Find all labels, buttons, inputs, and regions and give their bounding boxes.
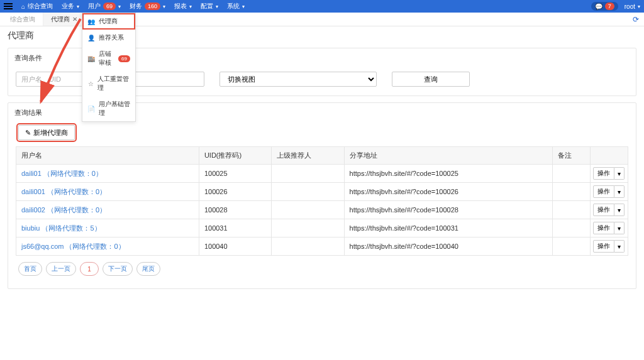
search-button[interactable]: 查询 — [392, 72, 470, 87]
row-action-button[interactable]: 操作 — [593, 185, 614, 198]
row-action-dropdown[interactable]: ▾ — [614, 240, 625, 253]
cell-note — [552, 165, 590, 183]
cell-uid: 100026 — [199, 183, 271, 201]
cell-uid: 100040 — [199, 237, 271, 256]
dropdown-item-user-basic[interactable]: 📄 用户基础管理 — [82, 96, 135, 121]
add-agent-button[interactable]: ✎ 新增代理商 — [18, 125, 75, 140]
table-row: biubiu （网络代理数：5）100031https://thsjbvh.si… — [16, 219, 628, 237]
user-link[interactable]: daili01 （网络代理数：0） — [21, 170, 103, 177]
user-link[interactable]: js66@qq.com （网络代理数：0） — [21, 243, 125, 250]
cell-note — [552, 237, 590, 256]
th-url: 分享地址 — [344, 147, 552, 165]
cell-uid: 100025 — [199, 165, 271, 183]
page-next[interactable]: 下一页 — [103, 262, 133, 276]
pagination: 首页 上一页 1 下一页 尾页 — [16, 256, 628, 280]
chevron-down-icon: ▾ — [242, 4, 245, 9]
cell-superior — [272, 183, 344, 201]
user-dropdown: 👥 代理商 👤 推荐关系 🏬 店铺审核 69 ☆ 人工重置管理 📄 用户基础管理 — [82, 13, 136, 122]
th-uid: UID(推荐码) — [199, 147, 271, 165]
row-action-dropdown[interactable]: ▾ — [614, 185, 625, 198]
nav-home-label: 综合查询 — [28, 2, 53, 11]
nav-chat[interactable]: 💬 7 — [591, 2, 618, 11]
chat-icon: 💬 — [595, 3, 602, 10]
dropdown-item-shop-review[interactable]: 🏬 店铺审核 69 — [82, 46, 135, 71]
nav-user-menu[interactable]: root▾ — [625, 3, 640, 10]
nav-item-config[interactable]: 配置▾ — [201, 2, 218, 11]
refresh-icon[interactable]: ⟳ — [633, 15, 639, 24]
user-link[interactable]: daili001 （网络代理数：0） — [21, 188, 106, 195]
home-icon: ⌂ — [21, 3, 25, 10]
table-row: daili002 （网络代理数：0）100028https://thsjbvh.… — [16, 201, 628, 219]
tab-home[interactable]: 综合查询 — [3, 13, 43, 26]
table-row: daili01 （网络代理数：0）100025https://thsjbvh.s… — [16, 165, 628, 183]
cell-note — [552, 201, 590, 219]
th-note: 备注 — [552, 147, 590, 165]
nav-item-finance[interactable]: 财务 160 ▾ — [130, 2, 165, 11]
row-action-dropdown[interactable]: ▾ — [614, 167, 625, 180]
user-link[interactable]: daili002 （网络代理数：0） — [21, 206, 106, 214]
row-action-dropdown[interactable]: ▾ — [614, 222, 625, 234]
shop-icon: 🏬 — [87, 55, 95, 62]
close-icon[interactable]: ✕ — [72, 16, 77, 23]
chevron-down-icon: ▾ — [163, 4, 165, 9]
dropdown-item-agent[interactable]: 👥 代理商 — [82, 13, 135, 30]
page-current[interactable]: 1 — [80, 262, 99, 276]
menu-toggle-icon[interactable] — [4, 3, 15, 9]
cell-superior — [272, 219, 344, 237]
table-row: daili001 （网络代理数：0）100026https://thsjbvh.… — [16, 183, 628, 201]
dropdown-item-referral[interactable]: 👤 推荐关系 — [82, 30, 135, 46]
cell-url: https://thsjbvh.site/#/?code=100026 — [344, 183, 552, 201]
star-icon: ☆ — [87, 80, 94, 87]
cell-uid: 100031 — [199, 219, 271, 237]
nav-item-report[interactable]: 报表▾ — [174, 2, 192, 11]
cell-superior — [272, 237, 344, 256]
th-op — [590, 147, 628, 165]
dropdown-item-manual-reset[interactable]: ☆ 人工重置管理 — [82, 71, 135, 96]
th-superior: 上级推荐人 — [272, 147, 344, 165]
cell-url: https://thsjbvh.site/#/?code=100040 — [344, 237, 552, 256]
table-row: js66@qq.com （网络代理数：0）100040https://thsjb… — [16, 237, 628, 256]
results-table: 用户名 UID(推荐码) 上级推荐人 分享地址 备注 daili01 （网络代理… — [16, 146, 628, 256]
cell-note — [552, 219, 590, 237]
nav-item-user[interactable]: 用户 69 ▾ — [88, 2, 121, 11]
chevron-down-icon: ▾ — [77, 4, 79, 9]
chat-count-badge: 7 — [605, 3, 614, 10]
view-select[interactable]: 切换视图 — [219, 72, 377, 87]
file-icon: 📄 — [87, 106, 95, 112]
th-user: 用户名 — [16, 147, 199, 165]
row-action-dropdown[interactable]: ▾ — [614, 204, 625, 216]
chevron-down-icon: ▾ — [216, 4, 218, 9]
results-panel: 查询结果 ✎ 新增代理商 用户名 UID(推荐码) 上级推荐人 分享地址 备注 … — [8, 102, 636, 289]
nav-home[interactable]: ⌂ 综合查询 — [21, 2, 53, 11]
row-action-button[interactable]: 操作 — [593, 240, 614, 253]
row-action-button[interactable]: 操作 — [593, 167, 614, 180]
cell-url: https://thsjbvh.site/#/?code=100031 — [344, 219, 552, 237]
cell-url: https://thsjbvh.site/#/?code=100025 — [344, 165, 552, 183]
user-icon: 👤 — [87, 35, 95, 41]
cell-superior — [272, 165, 344, 183]
nav-item-system[interactable]: 系统▾ — [227, 2, 245, 11]
user-link[interactable]: biubiu （网络代理数：5） — [21, 224, 101, 232]
users-icon: 👥 — [87, 18, 95, 25]
tab-agent[interactable]: 代理商 ✕ — [43, 13, 86, 26]
row-action-button[interactable]: 操作 — [593, 222, 614, 234]
cell-url: https://thsjbvh.site/#/?code=100028 — [344, 201, 552, 219]
cell-superior — [272, 201, 344, 219]
page-prev[interactable]: 上一页 — [46, 262, 76, 276]
chevron-down-icon: ▾ — [118, 4, 121, 9]
chevron-down-icon: ▾ — [189, 4, 192, 9]
shop-review-badge: 69 — [118, 55, 130, 62]
nav-finance-badge: 160 — [145, 3, 160, 10]
chevron-down-icon: ▾ — [638, 4, 640, 9]
cell-uid: 100028 — [199, 201, 271, 219]
nav-item-business[interactable]: 业务▾ — [62, 2, 79, 11]
row-action-button[interactable]: 操作 — [593, 204, 614, 216]
pencil-icon: ✎ — [25, 129, 31, 137]
page-first[interactable]: 首页 — [18, 262, 42, 276]
page-last[interactable]: 尾页 — [136, 262, 160, 276]
nav-user-badge: 69 — [103, 3, 116, 10]
top-navbar: ⌂ 综合查询 业务▾ 用户 69 ▾ 财务 160 ▾ 报表▾ 配置▾ 系统▾ … — [0, 0, 644, 13]
cell-note — [552, 183, 590, 201]
